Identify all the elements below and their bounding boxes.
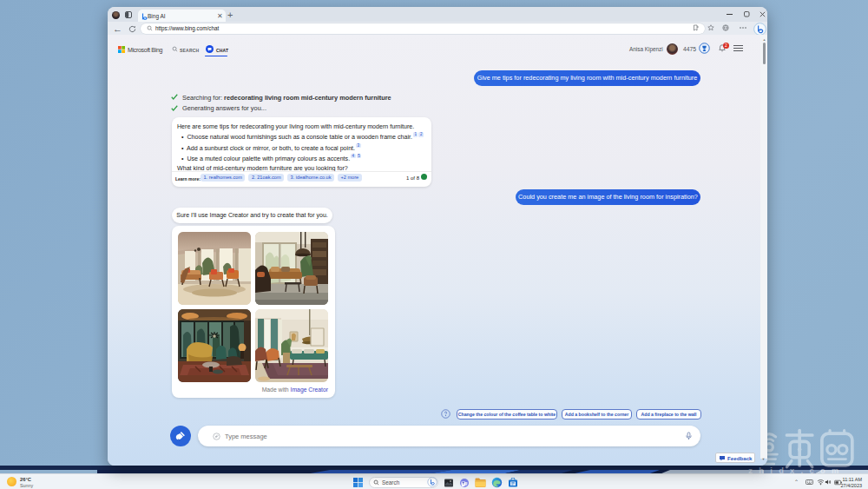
svg-text:zhidx.com: zhidx.com	[748, 466, 845, 475]
